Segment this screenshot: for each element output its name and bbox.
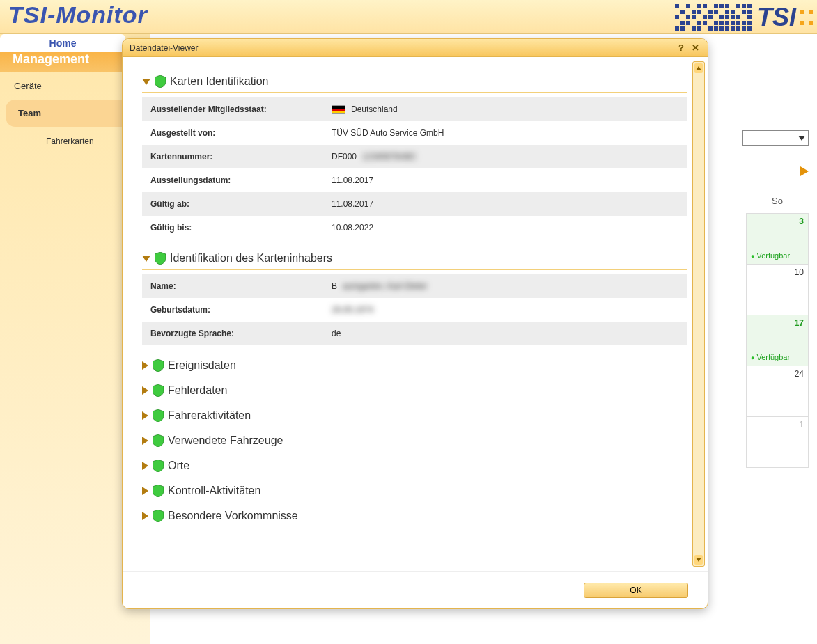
- section-header[interactable]: Ereignisdaten: [142, 355, 687, 376]
- expand-handle-icon[interactable]: [800, 10, 813, 25]
- kv-key: Bevorzugte Sprache:: [142, 322, 323, 345]
- section-header[interactable]: Verwendete Fahrzeuge: [142, 430, 687, 451]
- section-title: Ereignisdaten: [168, 359, 236, 372]
- section-title: Kontroll-Aktivitäten: [168, 485, 260, 497]
- section-fehlerdaten: Fehlerdaten: [142, 380, 687, 401]
- kv-row: Gültig bis: 10.08.2022: [142, 216, 687, 239]
- scroll-down-icon[interactable]: [694, 555, 703, 565]
- status-available: Verfügbar: [751, 353, 790, 361]
- kv-table: Name: Baumgarten, Karl-Dieter Geburtsdat…: [142, 274, 687, 345]
- close-icon[interactable]: ✕: [690, 42, 701, 54]
- shield-icon: [153, 485, 164, 497]
- expand-icon: [142, 462, 148, 470]
- section-ereignisdaten: Ereignisdaten: [142, 355, 687, 376]
- section-header[interactable]: Karten Identifikation: [142, 72, 687, 93]
- calendar-day-num: 17: [795, 318, 804, 328]
- topbar: TSI-Monitor Home TSI: [0, 0, 817, 34]
- section-header[interactable]: Fahreraktivitäten: [142, 405, 687, 426]
- section-title: Karten Identifikation: [170, 75, 268, 88]
- section-card-identification: Karten Identifikation Ausstellender Mitg…: [142, 72, 687, 239]
- kv-table: Ausstellender Mitgliedsstaat: Deutschlan…: [142, 97, 687, 239]
- section-title: Identifikation des Karteninhabers: [170, 252, 332, 265]
- calendar-day-num: 24: [795, 369, 804, 379]
- sidebar-item-label: Team: [18, 108, 41, 118]
- section-fahreraktivitaeten: Fahreraktivitäten: [142, 405, 687, 426]
- flag-de-icon: [332, 105, 345, 114]
- shield-icon: [153, 434, 164, 447]
- kv-key: Ausstellender Mitgliedsstaat:: [142, 97, 323, 121]
- kv-value: Baumgarten, Karl-Dieter: [323, 274, 687, 298]
- kv-value: Deutschland: [323, 97, 687, 121]
- calendar-day-num: 10: [795, 267, 804, 277]
- expand-icon: [142, 437, 148, 445]
- shield-icon: [153, 359, 164, 372]
- calendar-cell[interactable]: 10: [746, 264, 809, 315]
- kv-key: Gültig bis:: [142, 216, 323, 239]
- kv-value: DF00012345678ABC: [323, 145, 687, 168]
- modal-scrollbar[interactable]: [692, 61, 705, 567]
- kv-key: Geburtsdatum:: [142, 298, 323, 322]
- section-title: Orte: [168, 460, 189, 472]
- kv-value: 11.08.2017: [323, 192, 687, 216]
- app-title: TSI-Monitor: [8, 1, 148, 29]
- app-root: TSI-Monitor Home TSI Management: [0, 0, 817, 644]
- modal-footer: OK: [123, 571, 708, 608]
- kv-value: 11.08.2017: [323, 168, 687, 192]
- kv-row: Bevorzugte Sprache: de: [142, 322, 687, 345]
- expand-icon: [142, 512, 148, 520]
- calendar-cell[interactable]: 3 Verfügbar: [746, 213, 809, 265]
- section-title: Besondere Vorkommnisse: [168, 510, 298, 522]
- modal-title-text: Datendatei-Viewer: [130, 43, 199, 53]
- kv-row: Kartennummer: DF00012345678ABC: [142, 145, 687, 168]
- calendar-dropdown[interactable]: [742, 130, 809, 146]
- section-title: Verwendete Fahrzeuge: [168, 434, 283, 447]
- calendar-cell[interactable]: 17 Verfügbar: [746, 315, 809, 366]
- section-kontroll-aktivitaeten: Kontroll-Aktivitäten: [142, 480, 687, 501]
- shield-icon: [155, 75, 166, 88]
- help-icon[interactable]: ?: [676, 42, 687, 54]
- kv-row: Ausgestellt von: TÜV SÜD Auto Service Gm…: [142, 121, 687, 145]
- calendar-day-num: 3: [799, 217, 804, 226]
- calendar-day-header: So: [746, 196, 809, 206]
- kv-row: Ausstellender Mitgliedsstaat: Deutschlan…: [142, 97, 687, 121]
- scroll-up-icon[interactable]: [694, 63, 703, 73]
- expand-icon: [142, 411, 148, 420]
- section-header[interactable]: Besondere Vorkommnisse: [142, 505, 687, 526]
- collapse-icon: [142, 256, 150, 262]
- sidebar-sub-label: Fahrerkarten: [46, 136, 94, 146]
- status-available: Verfügbar: [751, 251, 790, 260]
- collapse-icon: [142, 79, 150, 85]
- nav-home-label: Home: [49, 38, 77, 49]
- shield-icon: [153, 384, 164, 397]
- nav-home-tab[interactable]: Home: [0, 34, 125, 52]
- calendar-next-button[interactable]: [800, 166, 809, 178]
- section-header[interactable]: Orte: [142, 455, 687, 476]
- section-header[interactable]: Identifikation des Karteninhabers: [142, 249, 687, 270]
- kv-key: Name:: [142, 274, 323, 298]
- kv-key: Gültig ab:: [142, 192, 323, 216]
- kv-value: 26.05.1974: [323, 298, 687, 322]
- modal-content: Karten Identifikation Ausstellender Mitg…: [142, 72, 687, 564]
- calendar-day-num: 1: [799, 420, 804, 430]
- sidebar-item-label: Geräte: [14, 81, 42, 91]
- section-header[interactable]: Kontroll-Aktivitäten: [142, 480, 687, 501]
- shield-icon: [155, 252, 166, 265]
- modal-body: Karten Identifikation Ausstellender Mitg…: [123, 57, 708, 571]
- section-title: Fehlerdaten: [168, 384, 227, 397]
- section-header[interactable]: Fehlerdaten: [142, 380, 687, 401]
- shield-icon: [153, 510, 164, 522]
- calendar-cell[interactable]: 1: [746, 416, 809, 468]
- ok-button[interactable]: OK: [584, 583, 688, 598]
- calendar-column: 3 Verfügbar 10 17 Verfügbar 24 1: [746, 214, 809, 468]
- section-orte: Orte: [142, 455, 687, 476]
- kv-row: Ausstellungsdatum: 11.08.2017: [142, 168, 687, 192]
- logo-right: TSI: [675, 0, 813, 34]
- calendar-cell[interactable]: 24: [746, 366, 809, 417]
- kv-key: Kartennummer:: [142, 145, 323, 168]
- arrow-right-icon: [800, 166, 809, 176]
- modal-titlebar[interactable]: Datendatei-Viewer ? ✕: [123, 39, 708, 57]
- expand-icon: [142, 361, 148, 370]
- logo-pixel-art: [675, 4, 752, 31]
- kv-row: Geburtsdatum: 26.05.1974: [142, 298, 687, 322]
- chevron-down-icon: [798, 136, 805, 141]
